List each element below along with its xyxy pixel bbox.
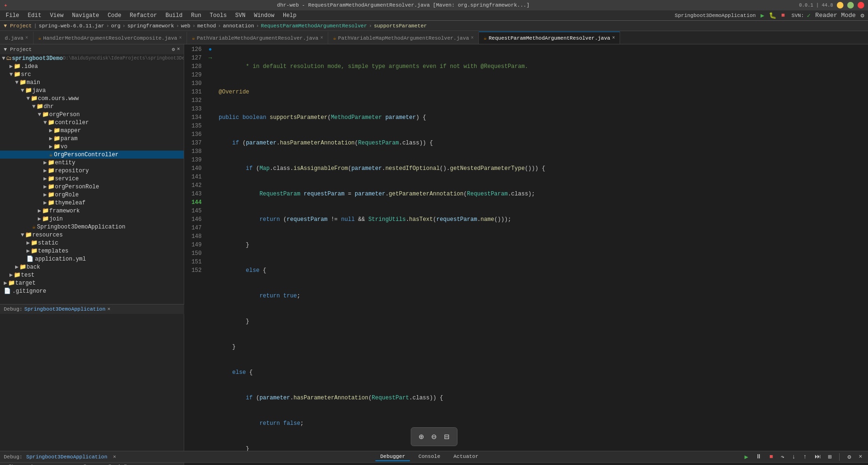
tree-item-mapper[interactable]: ▶ 📁 mapper — [0, 127, 184, 135]
menu-run[interactable]: Run — [187, 11, 205, 20]
tree-item-main[interactable]: ▼ 📁 main — [0, 78, 184, 86]
settings-icon[interactable]: ⚙ — [859, 11, 866, 20]
menu-edit[interactable]: Edit — [24, 11, 45, 20]
tab-path-variable[interactable]: ☕ PathVariableMethodArgumentResolver.jav… — [187, 32, 328, 44]
breadcrumb-method[interactable]: method — [197, 23, 216, 29]
menu-navigate[interactable]: Navigate — [68, 11, 103, 20]
tab-handler-composite-close[interactable]: × — [179, 35, 182, 41]
tree-item-idea[interactable]: ▶ 📁 .idea — [0, 62, 184, 70]
maximize-button[interactable] — [847, 2, 854, 8]
tree-label-src: src — [21, 71, 31, 78]
debug-button[interactable]: 🐛 — [767, 11, 778, 20]
tree-item-repository[interactable]: ▶ 📁 repository — [0, 167, 184, 175]
tree-item-root[interactable]: ▼ 🗂 springboot3Demo D:\BaiduSyncdisk\Ide… — [0, 54, 184, 62]
debug-evaluate-button[interactable]: ⊞ — [826, 452, 834, 462]
tab-request-param-close[interactable]: × — [612, 35, 615, 41]
menu-refactor[interactable]: Refactor — [126, 11, 161, 20]
folder-target-icon: 📁 — [8, 279, 15, 287]
debug-run-to-cursor-button[interactable]: ⏭ — [813, 452, 823, 461]
menu-build[interactable]: Build — [162, 11, 186, 20]
debug-close-icon[interactable]: × — [857, 452, 864, 461]
reader-mode-button[interactable]: Reader Mode — [813, 11, 858, 20]
breadcrumb-springframework[interactable]: springframework — [128, 23, 174, 29]
debugger-tab[interactable]: Debugger — [375, 453, 410, 461]
run-button[interactable]: ▶ — [758, 11, 766, 20]
debug-step-out-button[interactable]: ↑ — [801, 452, 809, 461]
tree-label-orgpersonrole: orgPersonRole — [55, 184, 99, 190]
tree-item-src[interactable]: ▼ 📁 src — [0, 70, 184, 78]
tree-item-thymeleaf[interactable]: ▶ 📁 thymeleaf — [0, 199, 184, 207]
menu-code[interactable]: Code — [104, 11, 125, 20]
debug-toolbar: Debug: Springboot3DemoApplication × Debu… — [0, 451, 868, 463]
tree-item-gitignore[interactable]: 📄 .gitignore — [0, 287, 184, 295]
tree-item-java[interactable]: ▼ 📁 java — [0, 86, 184, 94]
tree-item-resources[interactable]: ▼ 📁 resources — [0, 231, 184, 239]
debug-pause-button[interactable]: ⏸ — [754, 452, 764, 461]
tree-item-orgrole[interactable]: ▶ 📁 orgRole — [0, 191, 184, 199]
debug-stop-button[interactable]: ■ — [767, 452, 775, 461]
breadcrumb-annotation[interactable]: annotation — [223, 23, 254, 29]
chevron-right-vo-icon: ▶ — [49, 143, 52, 150]
debug-header-label: Debug: — [4, 454, 23, 460]
console-tab[interactable]: Console — [414, 453, 445, 461]
menu-file[interactable]: File — [2, 11, 23, 20]
tree-item-back[interactable]: ▶ 📁 back — [0, 263, 184, 271]
tree-item-param[interactable]: ▶ 📁 param — [0, 135, 184, 143]
tree-item-orgpersonrole[interactable]: ▶ 📁 orgPersonRole — [0, 183, 184, 191]
breadcrumb-method-name[interactable]: supportsParameter — [374, 23, 427, 29]
debug-step-over-button[interactable]: ↷ — [779, 452, 786, 462]
stop-button[interactable]: ■ — [779, 11, 787, 20]
minimize-button[interactable] — [837, 2, 843, 8]
tree-item-vo[interactable]: ▶ 📁 vo — [0, 143, 184, 151]
breadcrumb-class[interactable]: RequestParamMethodArgumentResolver — [261, 23, 367, 29]
close-debug-icon[interactable]: × — [107, 306, 111, 312]
tree-item-dhr[interactable]: ▼ 📁 dhr — [0, 102, 184, 110]
gear-icon[interactable]: ⚙ — [172, 46, 175, 52]
debug-run-config[interactable]: Springboot3DemoApplication — [26, 454, 108, 460]
tab-request-param[interactable]: ☕ RequestParamMethodArgumentResolver.jav… — [479, 32, 620, 44]
tab-path-variable-map-close[interactable]: × — [471, 35, 474, 41]
debug-config-name[interactable]: Springboot3DemoApplication — [25, 306, 106, 312]
debug-step-into-button[interactable]: ↓ — [790, 452, 798, 461]
tab-d-java[interactable]: d.java × — [0, 32, 34, 44]
tree-item-join[interactable]: ▶ 📁 join — [0, 215, 184, 223]
tab-request-param-label: RequestParamMethodArgumentResolver.java — [489, 35, 610, 41]
tree-item-framework[interactable]: ▶ 📁 framework — [0, 207, 184, 215]
tab-path-variable-close[interactable]: × — [320, 35, 323, 41]
code-lines[interactable]: * in default resolution mode, simple typ… — [215, 44, 868, 451]
tree-item-controller[interactable]: ▼ 📁 controller — [0, 118, 184, 127]
tree-item-orgpersoncontroller[interactable]: ☕ OrgPersonController — [0, 151, 184, 159]
svn-check[interactable]: ✓ — [805, 11, 813, 20]
chevron-right-join-icon: ▶ — [38, 215, 41, 222]
tree-label-back: back — [26, 264, 40, 271]
tree-item-service[interactable]: ▶ 📁 service — [0, 175, 184, 183]
tab-d-java-close[interactable]: × — [26, 35, 28, 41]
chevron-right-repo-icon: ▶ — [43, 167, 47, 174]
close-button[interactable] — [858, 2, 864, 8]
breadcrumb-jar[interactable]: spring-web-6.0.11.jar — [39, 23, 104, 29]
tree-item-orgperson[interactable]: ▼ 📁 orgPerson — [0, 110, 184, 118]
debug-settings-icon[interactable]: ⚙ — [845, 452, 853, 462]
tree-item-application-yml[interactable]: 📄 application.yml — [0, 255, 184, 263]
tree-item-target[interactable]: ▶ 📁 target — [0, 279, 184, 287]
close-tree-icon[interactable]: × — [177, 46, 180, 52]
tree-item-springboot-app[interactable]: ☕ Springboot3DemoApplication — [0, 223, 184, 231]
tree-item-static[interactable]: ▶ 📁 static — [0, 239, 184, 247]
menu-view[interactable]: View — [46, 11, 68, 20]
tab-path-variable-map[interactable]: ☕ PathVariableMapMethodArgumentResolver.… — [328, 32, 479, 44]
tree-item-com-ours-www[interactable]: ▼ 📁 com.ours.www — [0, 94, 184, 102]
close-debug-panel-icon[interactable]: × — [113, 454, 116, 460]
tab-handler-composite[interactable]: ☕ HandlerMethodArgumentResolverComposite… — [34, 32, 187, 44]
actuator-tab[interactable]: Actuator — [449, 453, 483, 461]
breadcrumb-org[interactable]: org — [111, 23, 120, 29]
breadcrumb-web[interactable]: web — [181, 23, 190, 29]
menu-svn[interactable]: SVN — [231, 11, 249, 20]
debug-resume-button[interactable]: ▶ — [742, 452, 750, 462]
menu-help[interactable]: Help — [279, 11, 300, 20]
tree-item-templates[interactable]: ▶ 📁 templates — [0, 247, 184, 255]
tree-item-entity[interactable]: ▶ 📁 entity — [0, 159, 184, 167]
menu-tools[interactable]: Tools — [206, 11, 230, 20]
chevron-down-main-icon: ▼ — [15, 79, 18, 86]
tree-item-test[interactable]: ▶ 📁 test — [0, 271, 184, 279]
menu-window[interactable]: Window — [250, 11, 278, 20]
